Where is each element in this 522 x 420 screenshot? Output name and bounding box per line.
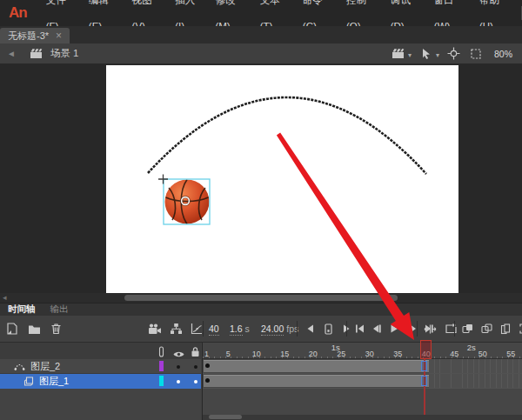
layer-lock-dot[interactable] — [194, 380, 197, 383]
onion-skin-outlines-button[interactable] — [479, 322, 493, 336]
selected-end-frame[interactable] — [421, 361, 427, 371]
elapsed-time-field[interactable]: 1.6s — [230, 323, 250, 334]
layer-row-selected[interactable]: 图层_1 — [0, 374, 201, 389]
scroll-left-icon[interactable]: ◂ — [3, 293, 7, 303]
edit-bar: ◄ 场景 1 ▾ ▾ 80% — [0, 43, 522, 63]
tab-output[interactable]: 输出 — [50, 303, 69, 316]
frame-span[interactable] — [204, 375, 429, 387]
stage-zoom-level[interactable]: 80% — [491, 48, 516, 60]
menu-items: 文件(F)编辑(E)视图(V)插入(I)修改(M)文本(T)命令(C)控制(O)… — [37, 0, 514, 26]
timeline-toolbar: 40 1.6s 24.00fps — [0, 316, 522, 342]
frame-row-layer1[interactable] — [203, 374, 522, 389]
modify-markers-button[interactable] — [518, 322, 522, 336]
empty-frames[interactable] — [429, 359, 522, 373]
frames-panel: 1s2s 1510152025303540455055 — [202, 343, 522, 420]
basketball-symbol[interactable] — [158, 175, 210, 225]
scene-name: 场景 1 — [50, 47, 79, 60]
empty-frames[interactable] — [429, 374, 522, 388]
pasteboard: ◂ — [0, 63, 522, 303]
step-back-button[interactable] — [370, 322, 384, 336]
animate-app-window: An 文件(F)编辑(E)视图(V)插入(I)修改(M)文本(T)命令(C)控制… — [0, 0, 522, 420]
onion-skin-button[interactable] — [460, 322, 474, 336]
new-folder-button[interactable] — [27, 322, 41, 336]
edit-symbols-dropdown-icon[interactable]: ▾ — [436, 51, 439, 61]
frame-rate-field[interactable]: 24.00fps — [261, 323, 298, 334]
timeline-panel: 时间轴 输出 — [0, 303, 522, 420]
frame-marker-icon[interactable] — [321, 322, 335, 336]
menu-bar: An 文件(F)编辑(E)视图(V)插入(I)修改(M)文本(T)命令(C)控制… — [0, 0, 522, 26]
layer-visibility-dot[interactable] — [177, 380, 180, 383]
layer-row-guide[interactable]: 图层_2 — [0, 359, 201, 374]
ruler-time-label: 2s — [467, 343, 476, 352]
keyframe-dot — [205, 378, 210, 383]
snap-crosshair-icon — [158, 175, 168, 184]
graph-editor-button[interactable] — [190, 322, 204, 336]
timeline-panel-tabs: 时间轴 输出 — [0, 303, 522, 316]
layers-header — [0, 343, 201, 359]
stage-drawing — [106, 65, 458, 293]
stage-canvas[interactable] — [106, 65, 458, 293]
stage-scrollbar-thumb[interactable] — [124, 295, 398, 301]
layer-list: 图层_2 图层_1 — [0, 359, 201, 389]
playhead-marker[interactable] — [420, 340, 432, 359]
edit-scene-icon[interactable] — [392, 47, 405, 61]
play-button[interactable] — [387, 322, 401, 336]
layer-name: 图层_2 — [30, 360, 60, 373]
layer-name: 图层_1 — [39, 375, 69, 388]
loop-range-prev-icon[interactable] — [303, 322, 317, 336]
current-frame-field[interactable]: 40 — [209, 323, 219, 334]
edit-symbols-icon[interactable] — [419, 47, 433, 61]
motion-guide-layer-icon — [14, 362, 25, 370]
layer-visibility-dot[interactable] — [177, 365, 180, 369]
motion-guide-path[interactable] — [148, 97, 426, 174]
layer-outline-color-swatch — [159, 361, 164, 371]
scene-clapperboard-icon — [30, 47, 44, 61]
timeline-scrollbar-thumb[interactable] — [209, 415, 242, 419]
go-to-first-frame-button[interactable] — [352, 322, 366, 336]
edit-scene-dropdown-icon[interactable]: ▾ — [408, 51, 412, 61]
document-tab[interactable]: 无标题-3* × — [0, 28, 70, 43]
new-layer-button[interactable] — [5, 322, 19, 336]
timeline-body: 图层_2 图层_1 — [0, 342, 522, 420]
stage-horizontal-scrollbar[interactable]: ◂ — [0, 293, 522, 303]
ruler-ticks — [203, 357, 522, 358]
delete-button[interactable] — [49, 322, 63, 336]
loop-playback-button[interactable] — [444, 322, 458, 336]
back-arrow-icon[interactable]: ◄ — [7, 49, 16, 58]
frame-grid[interactable] — [203, 359, 522, 389]
show-parenting-button[interactable] — [169, 322, 183, 336]
tab-timeline[interactable]: 时间轴 — [8, 303, 36, 316]
timeline-horizontal-scrollbar[interactable] — [203, 415, 522, 420]
layers-panel: 图层_2 图层_1 — [0, 343, 201, 420]
layer-outline-color-swatch — [159, 376, 164, 386]
document-title: 无标题-3* — [8, 30, 49, 43]
timeline-ruler[interactable]: 1s2s 1510152025303540455055 — [203, 343, 522, 359]
close-icon[interactable]: × — [56, 30, 62, 41]
edit-multiple-frames-button[interactable] — [499, 322, 512, 336]
center-stage-icon[interactable] — [447, 47, 461, 61]
center-frame-button[interactable] — [423, 322, 437, 336]
layer-lock-dot[interactable] — [194, 365, 197, 369]
app-logo[interactable]: An — [9, 4, 27, 22]
normal-layer-icon — [23, 377, 34, 386]
frame-span[interactable] — [204, 360, 429, 372]
clip-content-icon[interactable] — [469, 47, 483, 61]
selected-end-frame[interactable] — [421, 376, 427, 386]
document-tab-bar: 无标题-3* × — [0, 26, 522, 43]
add-camera-button[interactable] — [148, 322, 162, 336]
keyframe-dot — [205, 363, 210, 368]
edit-bar-right-controls: ▾ ▾ 80% — [392, 47, 516, 61]
frame-row-guide[interactable] — [203, 359, 522, 374]
